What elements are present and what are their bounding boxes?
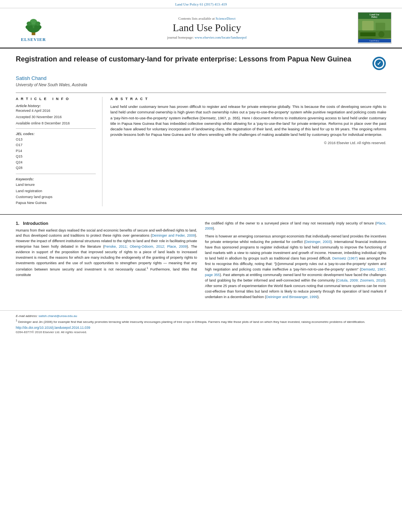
elsevier-logo-area: ELSEVIER [8,12,59,44]
sciencedirect-line: Contents lists available at ScienceDirec… [179,17,236,20]
jel-q28: Q28 [16,166,22,170]
footer-copyright: 0264-8377/© 2016 Elsevier Ltd. All right… [16,330,386,334]
svg-point-7 [35,21,41,26]
top-bar: Land Use Policy 61 (2017) 413–419 [0,0,402,8]
journal-citation: Land Use Policy 61 (2017) 413–419 [175,2,227,6]
footnote-1-text: Deininger and Jin (2006) for example fin… [18,320,365,323]
contents-label: Contents lists available at [179,17,216,20]
footnote-1: 1 Deininger and Jin (2006) for example f… [16,319,386,324]
elsevier-logo: ELSEVIER [18,15,49,42]
keyword-customary: Customary land groups [16,194,96,200]
cover-bottom: Land Policy [358,39,391,43]
svg-text:✓: ✓ [377,60,382,67]
cover-image [358,19,391,39]
section1-title: 1. Introduction [16,221,197,226]
author-affiliation: University of New South Wales, Australia [16,83,386,87]
header-right: Land Use Policy Land Policy [355,12,394,44]
received-date: Received 4 April 2016 [16,109,96,113]
body-right-column: the codified rights of the owner to a su… [205,221,386,302]
doi-link: http://dx.doi.org/10.1016/j.landusepol.2… [16,326,386,330]
keyword-land-tenure: Land tenure [16,182,96,188]
jel-o13: O13 [16,137,22,141]
cover-subtitle: Policy [371,16,378,18]
ref-deininger-binswanger[interactable]: Deininger and Binswanger, 1999 [266,295,317,299]
footnote-1-number: 1 [16,319,17,322]
elsevier-tree-icon [18,15,49,36]
homepage-url[interactable]: www.elsevier.com/locate/landusepol [195,35,247,39]
abstract-heading: A B S T R A C T [110,97,386,101]
copyright-line: © 2016 Elsevier Ltd. All rights reserved… [110,141,386,145]
jel-q15: Q15 [16,154,22,158]
email-footnote: E-mail address: satish.chand@unsw.edu.au [16,314,386,319]
accepted-date: Accepted 30 November 2016 [16,115,96,119]
svg-point-6 [27,21,32,26]
article-info-abstract: A R T I C L E I N F O Article history: R… [16,93,386,206]
divider-1 [16,128,96,129]
header-center: Contents lists available at ScienceDirec… [63,12,351,44]
article-info-heading: A R T I C L E I N F O [16,97,96,101]
email-link[interactable]: satish.chand@unsw.edu.au [39,314,77,318]
page-wrapper: Land Use Policy 61 (2017) 413–419 ELSEV [0,0,402,532]
jel-codes: O13 O17 P14 Q15 Q24 Q28 [16,137,96,171]
email-label: E-mail address: [16,314,39,318]
abstract-column: A B S T R A C T Land held under customar… [110,97,386,206]
doi-anchor[interactable]: http://dx.doi.org/10.1016/j.landusepol.2… [16,326,90,330]
cover-bottom-text: Land Policy [370,40,379,42]
cover-header: Land Use Policy [358,13,391,19]
keywords-label: Keywords: [16,177,96,181]
section1-heading: Introduction [23,221,48,226]
jel-p14: P14 [16,149,22,153]
svg-point-12 [378,31,384,37]
jel-label: JEL codes: [16,132,96,136]
jel-q24: Q24 [16,160,22,164]
journal-homepage: journal homepage: www.elsevier.com/locat… [167,35,246,39]
author-name: Satish Chand [16,75,386,81]
article-section: Registration and release of customary-la… [0,48,402,206]
journal-cover: Land Use Policy Land Policy [358,12,391,44]
ref-demsetz-1967[interactable]: Demsetz (1967) [332,256,358,260]
body-paragraph3: There is however an emerging consensus a… [205,234,386,300]
ref-demsetz-page[interactable]: Demsetz, 1967, page 355 [205,267,386,277]
ref-deininger-feder[interactable]: Deininger and Feder, 2009 [152,234,195,237]
svg-rect-10 [362,21,373,30]
sciencedirect-link[interactable]: ScienceDirect [216,17,235,20]
ref-fenske[interactable]: Fenske, 2011; Obeng-Odoom, 2012; Place, … [104,245,187,248]
history-label: Article history: [16,104,96,108]
divider-2 [16,174,96,174]
keyword-png: Papua New Guinea [16,200,96,206]
keyword-land-registration: Land registration [16,188,96,194]
crossmark-icon: ✓ [372,56,386,70]
homepage-label: journal homepage: [167,35,194,39]
article-info-column: A R T I C L E I N F O Article history: R… [16,97,102,206]
ref-deininger-2003[interactable]: Deininger, 2003 [305,240,331,244]
jel-o17: O17 [16,143,22,147]
body-left-column: 1. Introduction Humans from their earlie… [16,221,197,302]
footnote-ref-1: 1 [147,267,148,269]
body-paragraph1: Humans from their earliest days realised… [16,228,197,278]
header-section: ELSEVIER Contents lists available at Sci… [0,8,402,48]
ref-cotula[interactable]: Cotula, 2009; Zoomers, 2010 [337,278,384,282]
footer-section: E-mail address: satish.chand@unsw.edu.au… [0,310,402,337]
keywords-list: Land tenure Land registration Customary … [16,182,96,206]
available-date: Available online 8 December 2016 [16,121,96,125]
svg-rect-13 [360,32,375,36]
section1-number: 1. [16,221,19,226]
article-title-text: Registration and release of customary-la… [16,55,368,64]
body-paragraph2: the codified rights of the owner to a su… [205,221,386,232]
journal-title: Land Use Policy [173,22,241,34]
article-title-area: Registration and release of customary-la… [16,55,386,70]
body-section: 1. Introduction Humans from their earlie… [0,214,402,302]
svg-rect-11 [375,23,385,31]
ref-place-2009[interactable]: Place, 2009 [205,221,386,231]
abstract-text: Land held under customary tenure has pro… [110,104,386,138]
elsevier-text: ELSEVIER [21,37,46,42]
